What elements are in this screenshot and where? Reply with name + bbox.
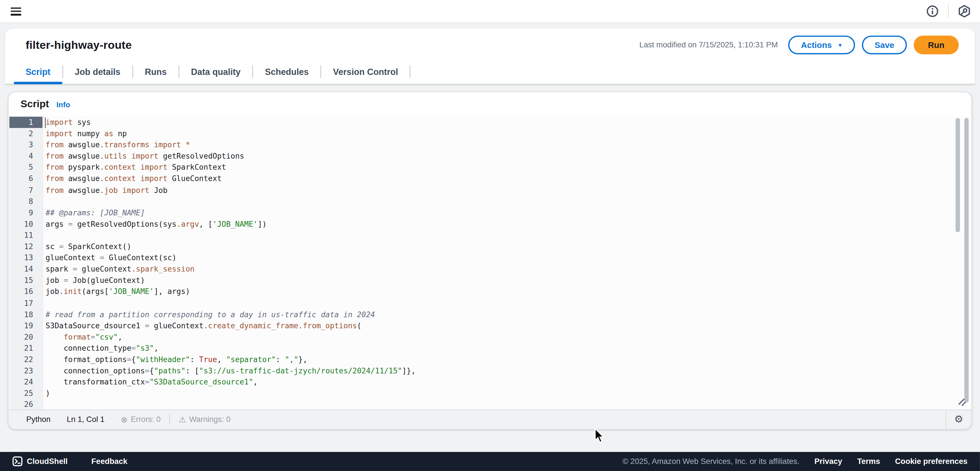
resize-handle-icon[interactable] — [958, 398, 967, 408]
script-panel: Script Info 1import sys2import numpy as … — [8, 92, 972, 429]
aws-glue-studio-page: filter-highway-route Last modified on 7/… — [0, 0, 980, 471]
code-text: connection_options={"paths": ["s3://us-t… — [43, 365, 415, 376]
code-line: 15job = Job(glueContext) — [10, 275, 970, 286]
footer-link-cookie-preferences[interactable]: Cookie preferences — [895, 457, 967, 466]
code-line: 5from pyspark.context import SparkContex… — [10, 162, 970, 173]
code-text: transformation_ctx="S3DataSource_dsource… — [43, 376, 258, 388]
line-number: 26 — [10, 399, 43, 410]
footer-link-privacy[interactable]: Privacy — [815, 457, 842, 466]
code-line: 25) — [10, 388, 970, 399]
line-number: 17 — [10, 297, 43, 309]
code-text: S3DataSource_dsource1 = glueContext.crea… — [43, 320, 362, 331]
line-number: 23 — [10, 365, 43, 376]
job-header-card: filter-highway-route Last modified on 7/… — [5, 29, 975, 84]
line-number: 21 — [10, 343, 43, 354]
mouse-cursor — [595, 428, 605, 443]
line-number: 12 — [10, 241, 43, 252]
run-button[interactable]: Run — [913, 35, 959, 54]
footer-link-terms[interactable]: Terms — [857, 457, 880, 466]
code-line: 3from awsglue.transforms import * — [10, 139, 970, 151]
code-text — [43, 399, 46, 410]
console-footer: CloudShell Feedback © 2025, Amazon Web S… — [0, 452, 980, 471]
copyright-text: © 2025, Amazon Web Services, Inc. or its… — [622, 457, 799, 466]
tabs: ScriptJob detailsRunsData qualitySchedul… — [14, 59, 410, 84]
code-line: 24 transformation_ctx="S3DataSource_dsou… — [10, 376, 970, 388]
code-text: from pyspark.context import SparkContext — [43, 162, 226, 173]
line-number: 15 — [10, 275, 43, 286]
save-button[interactable]: Save — [862, 35, 907, 54]
code-text: ## @params: [JOB_NAME] — [43, 207, 145, 219]
cloudshell-terminal-icon — [13, 456, 22, 466]
code-text — [43, 297, 46, 309]
code-text — [43, 230, 46, 241]
code-text — [43, 196, 46, 207]
feedback-button[interactable]: Feedback — [91, 457, 127, 466]
code-text: connection_type="s3", — [43, 343, 158, 354]
line-number: 8 — [10, 196, 43, 207]
tab-data-quality[interactable]: Data quality — [179, 59, 252, 84]
code-line: 16job.init(args['JOB_NAME'], args) — [10, 286, 970, 297]
warnings-indicator: ⚠ Warnings: 0 — [179, 415, 231, 424]
code-line: 9## @params: [JOB_NAME] — [10, 207, 970, 219]
code-text: import sys — [43, 117, 91, 128]
tab-runs[interactable]: Runs — [133, 59, 178, 84]
code-text: from awsglue.job import Job — [43, 184, 167, 196]
line-number: 7 — [10, 184, 43, 196]
line-number: 24 — [10, 376, 43, 388]
code-line: 21 connection_type="s3", — [10, 343, 970, 354]
line-number: 2 — [10, 128, 43, 139]
info-circle-icon[interactable] — [926, 4, 939, 18]
text-cursor — [45, 117, 45, 128]
code-line: 12sc = SparkContext() — [10, 241, 970, 252]
gear-icon: ⚙ — [954, 414, 963, 425]
code-editor[interactable]: 1import sys2import numpy as np3from awsg… — [10, 116, 970, 409]
code-line: 4from awsglue.utils import getResolvedOp… — [10, 151, 970, 162]
error-circle-icon: ⊗ — [121, 415, 127, 423]
tab-version-control[interactable]: Version Control — [321, 59, 410, 84]
code-text: job.init(args['JOB_NAME'], args) — [43, 286, 190, 297]
language-indicator: Python — [26, 415, 51, 424]
statusbar-divider — [170, 414, 170, 425]
code-text: spark = glueContext.spark_session — [43, 263, 195, 275]
tab-job-details[interactable]: Job details — [63, 59, 132, 84]
code-text: from awsglue.context import GlueContext — [43, 173, 222, 184]
code-text: from awsglue.utils import getResolvedOpt… — [43, 151, 244, 162]
code-line: 26 — [10, 399, 970, 410]
code-line: 17 — [10, 297, 970, 309]
line-number: 3 — [10, 139, 43, 151]
hamburger-menu-icon[interactable] — [11, 7, 21, 15]
line-number: 9 — [10, 207, 43, 219]
code-line: 18# read from a partition corresponding … — [10, 309, 970, 320]
editor-settings-button[interactable]: ⚙ — [946, 410, 971, 429]
code-text: sc = SparkContext() — [43, 241, 132, 252]
panel-scrollbar-thumb[interactable] — [964, 118, 969, 403]
page-title: filter-highway-route — [25, 38, 132, 51]
code-text: format_options={"withHeader": True, "sep… — [43, 354, 307, 365]
info-link[interactable]: Info — [57, 100, 70, 109]
code-text: from awsglue.transforms import * — [43, 139, 190, 151]
line-number: 19 — [10, 320, 43, 331]
line-number: 20 — [10, 331, 43, 343]
code-text: job = Job(glueContext) — [43, 275, 145, 286]
line-number: 6 — [10, 173, 43, 184]
code-line: 23 connection_options={"paths": ["s3://u… — [10, 365, 970, 376]
tab-schedules[interactable]: Schedules — [253, 59, 320, 84]
actions-button[interactable]: Actions ▼ — [788, 35, 855, 54]
line-number: 4 — [10, 151, 43, 162]
code-line: 11 — [10, 230, 970, 241]
tab-script[interactable]: Script — [14, 59, 62, 84]
chevron-down-icon: ▼ — [837, 42, 843, 49]
line-number: 16 — [10, 286, 43, 297]
editor-scrollbar-thumb[interactable] — [956, 118, 960, 232]
cursor-position: Ln 1, Col 1 — [67, 415, 105, 424]
warning-triangle-icon: ⚠ — [179, 415, 186, 423]
code-line: 13glueContext = GlueContext(sc) — [10, 252, 970, 263]
topnav-divider — [948, 4, 949, 18]
editor-status-bar: Python Ln 1, Col 1 ⊗ Errors: 0 ⚠ Warning… — [9, 409, 971, 429]
code-line: 7from awsglue.job import Job — [10, 184, 970, 196]
cloudshell-button[interactable]: CloudShell — [13, 456, 68, 466]
hexagon-node-icon[interactable] — [958, 4, 971, 18]
code-text: format="csv", — [43, 331, 123, 343]
code-line: 2import numpy as np — [10, 128, 970, 139]
footer-links: PrivacyTermsCookie preferences — [815, 457, 967, 466]
